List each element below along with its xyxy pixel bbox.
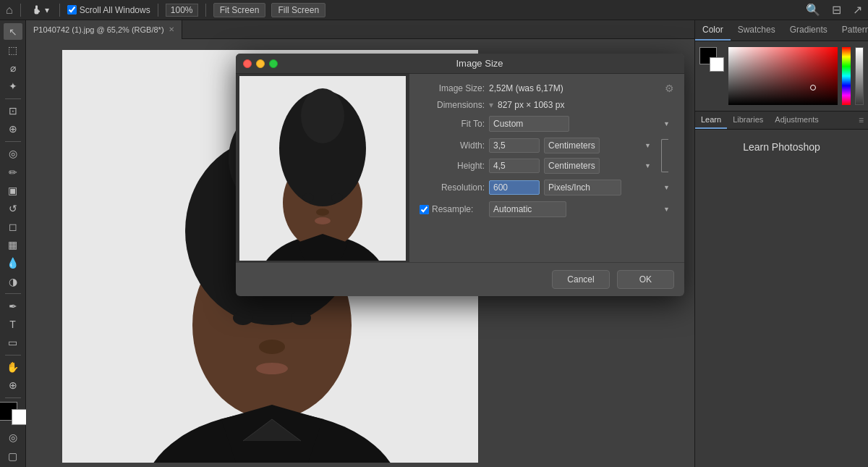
alpha-spectrum[interactable] [855, 47, 864, 105]
fit-to-select[interactable]: Custom Original Size Screen Resolution 7… [489, 116, 569, 132]
search-icon[interactable]: 🔍 [806, 3, 820, 17]
dimensions-label: Dimensions: [420, 100, 485, 110]
width-row: Width: Centimeters Pixels Inches Millime… [420, 138, 655, 153]
brush-tool[interactable]: ✏ [4, 164, 22, 180]
bg-swatch[interactable] [710, 57, 724, 72]
resolution-label: Resolution: [420, 182, 485, 193]
color-gradient-overlay [728, 47, 838, 105]
zoom-tool[interactable]: ⊕ [4, 377, 22, 394]
canvas-area: P1040742 (1).jpg @ 65,2% (RGB/8*) ✕ [26, 20, 694, 467]
fg-bg-colors[interactable] [0, 402, 27, 425]
color-gradient[interactable] [728, 47, 838, 105]
settings-gear-icon[interactable]: ⚙ [665, 83, 674, 94]
background-color[interactable] [12, 409, 27, 425]
hand-tool-button[interactable]: ▾ [28, 3, 52, 17]
magic-wand-tool[interactable]: ✦ [4, 78, 22, 95]
left-toolbar: ↖ ⬚ ⌀ ✦ ⊡ ⊕ ◎ ✏ ▣ ↺ ◻ ▦ 💧 ◑ ✒ T ▭ ✋ ⊕ ◎ … [0, 20, 26, 467]
crop-tool[interactable]: ⊡ [4, 103, 22, 119]
learn-panel-content: Learn Photoshop [695, 130, 868, 164]
blur-tool[interactable]: 💧 [4, 255, 22, 272]
eyedropper-tool[interactable]: ⊕ [4, 121, 22, 138]
resample-unit-wrapper: Automatic Preserve Details Bicubic Smoot… [489, 201, 674, 217]
learn-section: Learn Libraries Adjustments ≡ Learn Phot… [694, 111, 868, 467]
dialog-controls: Image Size: 2,52M (was 6,17M) ⚙ Dimensio… [409, 74, 684, 262]
top-toolbar: ⌂ ▾ Scroll All Windows Fit Screen Fill S… [0, 0, 868, 20]
resolution-unit-select[interactable]: Pixels/Inch Pixels/Centimeter [544, 180, 621, 195]
fill-screen-button[interactable]: Fill Screen [271, 3, 326, 17]
tab-libraries[interactable]: Libraries [727, 112, 769, 129]
resample-checkbox[interactable] [420, 205, 429, 214]
dimensions-value: 827 px × 1063 px [498, 100, 674, 110]
separator5 [5, 397, 21, 398]
tab-color[interactable]: Color [695, 20, 731, 41]
dialog-preview-pane [236, 74, 409, 262]
separator2 [5, 141, 21, 142]
color-panel-tabs: Color Swatches Gradients Patterns ≡ [695, 20, 868, 41]
dimensions-row: Dimensions: ▾ 827 px × 1063 px [420, 100, 674, 110]
tab-adjustments[interactable]: Adjustments [769, 112, 825, 129]
svg-point-19 [315, 217, 331, 224]
quick-mask-tool[interactable]: ◎ [4, 429, 22, 446]
resolution-input[interactable] [489, 180, 540, 195]
arrangement-icon[interactable]: ⊟ [832, 3, 841, 17]
dialog-minimize-button[interactable] [256, 59, 265, 68]
preview-svg [239, 76, 406, 261]
dodge-tool[interactable]: ◑ [4, 273, 22, 290]
hand-tool[interactable]: ✋ [4, 358, 22, 375]
tab-patterns[interactable]: Patterns [835, 20, 868, 41]
tab-swatches[interactable]: Swatches [731, 20, 783, 41]
home-icon[interactable]: ⌂ [6, 4, 13, 17]
dialog-title: Image Size [282, 58, 677, 69]
tab-close-button[interactable]: ✕ [169, 25, 174, 33]
height-unit-select[interactable]: Centimeters Pixels Inches Millimeters [544, 158, 600, 174]
svg-point-7 [291, 311, 311, 325]
resolution-row: Resolution: Pixels/Inch Pixels/Centimete… [420, 180, 674, 195]
wh-link-container: Width: Centimeters Pixels Inches Millime… [420, 138, 674, 174]
tab-learn[interactable]: Learn [695, 112, 727, 129]
canvas-content: Image Size [26, 39, 694, 467]
height-input[interactable] [489, 159, 540, 173]
svg-point-18 [316, 209, 329, 216]
color-cursor [810, 85, 816, 91]
link-bracket-icon[interactable] [661, 139, 668, 172]
width-input[interactable] [489, 138, 540, 153]
tab-gradients[interactable]: Gradients [783, 20, 835, 41]
screen-mode-tool[interactable]: ▢ [4, 447, 22, 464]
gradient-tool[interactable]: ▦ [4, 237, 22, 253]
history-brush-tool[interactable]: ↺ [4, 200, 22, 216]
dim-arrow-icon[interactable]: ▾ [489, 100, 493, 110]
selection-tool[interactable]: ⬚ [4, 41, 22, 58]
tab-filename: P1040742 (1).jpg @ 65,2% (RGB/8*) [33, 25, 164, 34]
separator1 [5, 98, 21, 99]
fit-screen-button[interactable]: Fit Screen [213, 3, 266, 17]
learn-options-icon[interactable]: ≡ [854, 112, 868, 129]
eraser-tool[interactable]: ◻ [4, 219, 22, 235]
width-unit-select[interactable]: Centimeters Pixels Inches Millimeters [544, 138, 600, 153]
height-unit-wrapper: Centimeters Pixels Inches Millimeters [544, 158, 655, 174]
dialog-close-button[interactable] [243, 59, 252, 68]
svg-point-16 [302, 193, 314, 202]
height-label: Height: [420, 161, 485, 171]
separator3 [5, 293, 21, 294]
resample-select[interactable]: Automatic Preserve Details Bicubic Smoot… [489, 201, 566, 217]
dialog-maximize-button[interactable] [269, 59, 278, 68]
scroll-all-checkbox[interactable] [67, 5, 77, 14]
stamp-tool[interactable]: ▣ [4, 182, 22, 198]
share-icon[interactable]: ↗ [853, 3, 862, 17]
dialog-footer: Cancel OK [236, 262, 684, 296]
document-tab[interactable]: P1040742 (1).jpg @ 65,2% (RGB/8*) ✕ [26, 20, 182, 39]
cancel-button[interactable]: Cancel [552, 270, 609, 289]
shape-tool[interactable]: ▭ [4, 334, 22, 350]
text-tool[interactable]: T [4, 316, 22, 332]
spot-heal-tool[interactable]: ◎ [4, 146, 22, 162]
hand-icon [31, 4, 43, 16]
hue-spectrum[interactable] [842, 47, 851, 105]
ok-button[interactable]: OK [617, 270, 674, 289]
move-tool[interactable]: ↖ [4, 23, 22, 40]
color-section: Color Swatches Gradients Patterns ≡ [694, 20, 868, 111]
resolution-unit-wrapper: Pixels/Inch Pixels/Centimeter [544, 180, 674, 195]
fg-bg-swatch [699, 47, 724, 72]
pen-tool[interactable]: ✒ [4, 298, 22, 314]
zoom-input[interactable] [166, 4, 198, 17]
lasso-tool[interactable]: ⌀ [4, 59, 22, 76]
